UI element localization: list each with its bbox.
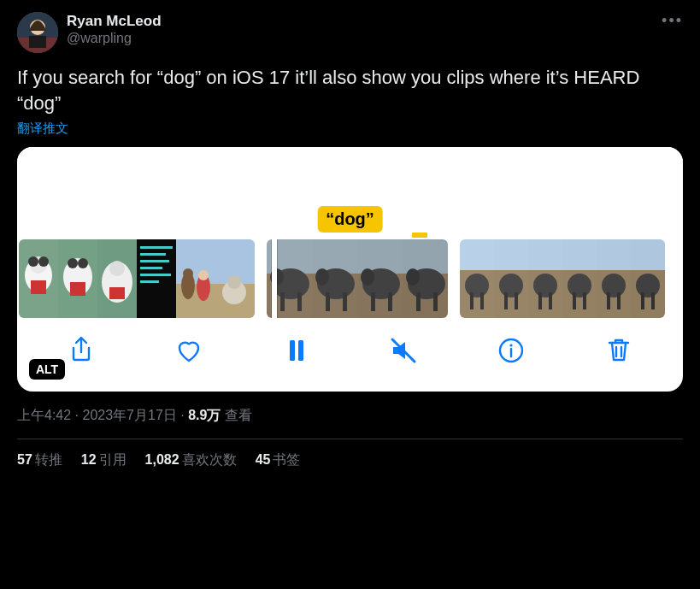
tweet-text: If you search for “dog” on iOS 17 it’ll … [17, 65, 683, 115]
more-menu-icon[interactable]: ••• [662, 12, 683, 30]
tweet-header: Ryan McLeod @warpling ••• [17, 12, 683, 53]
stat-likes[interactable]: 1,082喜欢次数 [145, 451, 237, 469]
svg-rect-46 [326, 292, 330, 311]
svg-point-51 [361, 268, 374, 286]
trash-icon[interactable] [602, 333, 636, 368]
svg-rect-21 [140, 253, 166, 256]
clip-group-1[interactable] [19, 239, 255, 318]
media-top-area: “dog” [17, 147, 683, 239]
media-controls [17, 318, 683, 392]
search-tag-label: “dog” [317, 206, 383, 233]
stat-quotes[interactable]: 12引用 [81, 451, 126, 469]
video-frame [597, 239, 631, 318]
timeline-marker [412, 233, 427, 238]
svg-rect-48 [357, 239, 403, 274]
svg-rect-25 [140, 280, 159, 283]
video-frame [312, 239, 357, 318]
svg-rect-91 [298, 340, 303, 361]
stat-bookmarks[interactable]: 45书签 [256, 451, 301, 469]
pause-icon[interactable] [279, 333, 314, 368]
svg-point-8 [38, 256, 49, 267]
video-frame [137, 239, 176, 318]
svg-rect-53 [388, 292, 392, 311]
clip-group-2[interactable] [267, 239, 448, 318]
svg-rect-78 [573, 292, 576, 309]
svg-rect-59 [433, 292, 438, 311]
svg-rect-14 [70, 282, 85, 296]
svg-point-13 [78, 258, 88, 268]
video-frame [97, 239, 137, 318]
svg-rect-65 [494, 239, 528, 270]
svg-rect-3 [29, 36, 46, 48]
video-frame [460, 239, 494, 318]
svg-rect-64 [480, 292, 484, 309]
svg-point-94 [510, 345, 513, 347]
video-timeline-strip[interactable] [17, 239, 683, 318]
svg-rect-40 [280, 292, 285, 311]
media-attachment[interactable]: “dog” [17, 147, 683, 392]
svg-rect-79 [583, 292, 586, 309]
svg-rect-54 [403, 239, 448, 274]
svg-rect-70 [528, 239, 562, 270]
meta-time[interactable]: 上午4:42 [17, 408, 71, 422]
stat-retweets[interactable]: 57转推 [17, 451, 62, 469]
mute-icon[interactable] [386, 333, 421, 368]
info-icon[interactable] [494, 333, 528, 368]
meta-views-label: 查看 [225, 408, 252, 422]
svg-rect-58 [416, 292, 421, 311]
avatar[interactable] [17, 12, 58, 53]
heart-icon[interactable] [172, 333, 206, 368]
svg-rect-69 [515, 292, 518, 309]
svg-rect-80 [597, 239, 631, 270]
svg-point-35 [227, 275, 241, 289]
svg-rect-74 [549, 292, 552, 309]
tweet-container: Ryan McLeod @warpling ••• If you search … [0, 0, 700, 469]
video-frame [562, 239, 597, 318]
translate-link[interactable]: 翻译推文 [17, 121, 68, 137]
svg-point-82 [602, 274, 626, 297]
svg-point-57 [406, 268, 420, 286]
svg-point-12 [68, 258, 78, 268]
playhead-indicator[interactable] [272, 239, 277, 318]
svg-point-72 [533, 274, 557, 297]
svg-rect-73 [538, 292, 542, 309]
svg-rect-9 [31, 280, 46, 294]
svg-point-31 [198, 270, 209, 280]
video-frame [494, 239, 528, 318]
svg-rect-41 [297, 292, 302, 311]
svg-rect-83 [607, 292, 610, 309]
alt-badge[interactable]: ALT [29, 359, 65, 380]
video-frame [215, 239, 255, 318]
svg-rect-23 [140, 267, 162, 269]
svg-rect-22 [140, 260, 169, 262]
video-frame [631, 239, 665, 318]
svg-rect-18 [109, 287, 125, 299]
video-frame [19, 239, 58, 318]
author-names[interactable]: Ryan McLeod @warpling [67, 12, 162, 47]
svg-point-29 [183, 268, 193, 279]
svg-rect-24 [140, 274, 171, 276]
clip-group-3[interactable] [460, 239, 665, 318]
svg-point-62 [465, 274, 489, 297]
handle: @warpling [67, 30, 162, 47]
svg-rect-75 [562, 239, 597, 270]
svg-rect-84 [617, 292, 621, 309]
meta-date[interactable]: 2023年7月17日 [82, 408, 176, 422]
svg-point-7 [28, 256, 38, 267]
svg-point-87 [636, 274, 660, 297]
divider [17, 439, 683, 439]
meta-views-count: 8.9万 [188, 408, 221, 422]
svg-point-77 [568, 274, 591, 297]
svg-rect-68 [504, 292, 508, 309]
video-frame [528, 239, 562, 318]
svg-rect-19 [137, 239, 176, 318]
svg-rect-52 [371, 292, 375, 311]
svg-rect-85 [631, 239, 665, 270]
video-frame [403, 239, 448, 318]
tweet-meta: 上午4:42 · 2023年7月17日 · 8.9万 查看 [17, 407, 683, 425]
svg-rect-90 [290, 340, 295, 361]
display-name: Ryan McLeod [67, 12, 162, 30]
svg-rect-47 [343, 292, 347, 311]
share-icon[interactable] [64, 333, 98, 368]
svg-rect-63 [470, 292, 474, 309]
